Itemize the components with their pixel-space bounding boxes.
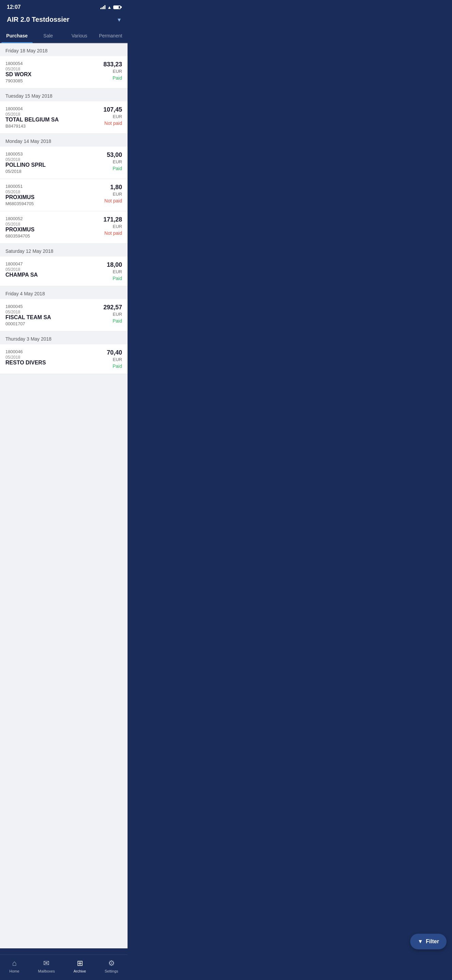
invoice-name: TOTAL BELGIUM SA <box>5 117 59 123</box>
invoice-currency: EUR <box>107 159 122 164</box>
invoice-number: 1800004 <box>5 106 59 111</box>
invoice-name: CHAMPA SA <box>5 272 38 278</box>
invoice-amount: 18,00 <box>107 261 122 269</box>
invoice-name: PROXIMUS <box>5 227 34 233</box>
invoice-status: Paid <box>103 318 122 324</box>
invoice-name: FISCAL TEAM SA <box>5 314 51 321</box>
invoice-ref: M6803594705 <box>5 201 34 206</box>
status-time: 12:07 <box>7 4 21 10</box>
invoice-right: 833,23EURPaid <box>103 61 122 81</box>
dropdown-icon[interactable]: ▾ <box>118 16 121 24</box>
invoice-amount: 53,00 <box>107 151 122 159</box>
invoice-amount: 1,80 <box>105 184 122 191</box>
invoice-name: SD WORX <box>5 72 31 78</box>
invoice-status: Paid <box>107 166 122 171</box>
invoice-number: 1800053 <box>5 151 46 156</box>
invoice-status: Not paid <box>103 121 122 126</box>
invoice-left: 180004705/2018CHAMPA SA <box>5 261 38 279</box>
invoice-currency: EUR <box>107 357 122 362</box>
invoice-left: 180004605/2018RESTO DIVERS <box>5 349 46 366</box>
date-header: Friday 18 May 2018 <box>0 43 127 56</box>
invoice-amount: 171,28 <box>103 216 122 223</box>
invoice-left: 180005105/2018PROXIMUSM6803594705 <box>5 184 34 206</box>
invoice-number: 1800047 <box>5 261 38 266</box>
invoice-period: 05/2018 <box>5 157 46 162</box>
invoice-currency: EUR <box>103 69 122 74</box>
invoice-list: Friday 18 May 2018180005405/2018SD WORX7… <box>0 43 127 948</box>
invoice-name: PROXIMUS <box>5 194 34 200</box>
invoice-amount: 833,23 <box>103 61 122 68</box>
date-header: Friday 4 May 2018 <box>0 286 127 299</box>
invoice-period: 05/2018 <box>5 267 38 272</box>
invoice-currency: EUR <box>103 114 122 119</box>
invoice-status: Paid <box>107 275 122 281</box>
invoice-item[interactable]: 180004705/2018CHAMPA SA18,00EURPaid <box>0 256 127 286</box>
invoice-ref: 7903085 <box>5 78 31 83</box>
invoice-status: Paid <box>107 363 122 369</box>
invoice-period: 05/2018 <box>5 189 34 194</box>
invoice-item[interactable]: 180005305/2018POLLINO SPRL05/201853,00EU… <box>0 147 127 179</box>
invoice-currency: EUR <box>107 269 122 274</box>
invoice-right: 171,28EURNot paid <box>103 216 122 236</box>
invoice-name: POLLINO SPRL <box>5 162 46 168</box>
invoice-name: RESTO DIVERS <box>5 360 46 366</box>
invoice-left: 180005305/2018POLLINO SPRL05/2018 <box>5 151 46 174</box>
date-header: Thursday 3 May 2018 <box>0 331 127 344</box>
invoice-period: 05/2018 <box>5 112 59 117</box>
invoice-item[interactable]: 180000405/2018TOTAL BELGIUM SAB847914310… <box>0 102 127 134</box>
invoice-ref: 05/2018 <box>5 169 46 174</box>
invoice-period: 05/2018 <box>5 355 46 360</box>
status-bar: 12:07 ▲ <box>0 0 127 13</box>
invoice-left: 180005405/2018SD WORX7903085 <box>5 61 31 83</box>
date-header: Monday 14 May 2018 <box>0 134 127 147</box>
invoice-period: 05/2018 <box>5 222 34 227</box>
invoice-status: Not paid <box>105 198 122 204</box>
invoice-right: 18,00EURPaid <box>107 261 122 281</box>
wifi-icon: ▲ <box>107 5 111 10</box>
battery-icon <box>113 5 121 9</box>
invoice-item[interactable]: 180005405/2018SD WORX7903085833,23EURPai… <box>0 56 127 89</box>
tab-permanent[interactable]: Permanent <box>95 29 126 43</box>
invoice-status: Paid <box>103 75 122 81</box>
invoice-number: 1800052 <box>5 216 34 221</box>
invoice-right: 70,40EURPaid <box>107 349 122 369</box>
invoice-amount: 70,40 <box>107 349 122 356</box>
invoice-number: 1800054 <box>5 61 31 66</box>
invoice-number: 1800045 <box>5 304 51 309</box>
invoice-left: 180000405/2018TOTAL BELGIUM SAB8479143 <box>5 106 59 129</box>
invoice-number: 1800051 <box>5 184 34 189</box>
status-icons: ▲ <box>100 5 121 10</box>
invoice-right: 292,57EURPaid <box>103 304 122 324</box>
invoice-currency: EUR <box>103 224 122 229</box>
invoice-period: 05/2018 <box>5 310 51 314</box>
invoice-ref: B8479143 <box>5 124 59 129</box>
tab-bar: Purchase Sale Various Permanent <box>0 29 127 43</box>
invoice-item[interactable]: 180005205/2018PROXIMUS6803594705171,28EU… <box>0 211 127 243</box>
invoice-currency: EUR <box>105 192 122 197</box>
invoice-status: Not paid <box>103 231 122 236</box>
invoice-left: 180005205/2018PROXIMUS6803594705 <box>5 216 34 239</box>
invoice-item[interactable]: 180005105/2018PROXIMUSM68035947051,80EUR… <box>0 179 127 211</box>
invoice-ref: 00001707 <box>5 321 51 326</box>
tab-purchase[interactable]: Purchase <box>2 29 33 43</box>
signal-icon <box>100 5 105 9</box>
invoice-amount: 292,57 <box>103 304 122 311</box>
invoice-right: 107,45EURNot paid <box>103 106 122 126</box>
invoice-right: 53,00EURPaid <box>107 151 122 171</box>
header: AIR 2.0 Testdossier ▾ <box>0 13 127 29</box>
invoice-currency: EUR <box>103 312 122 317</box>
invoice-period: 05/2018 <box>5 67 31 72</box>
invoice-item[interactable]: 180004505/2018FISCAL TEAM SA00001707292,… <box>0 299 127 331</box>
date-header: Saturday 12 May 2018 <box>0 243 127 256</box>
invoice-ref: 6803594705 <box>5 234 34 239</box>
app-title: AIR 2.0 Testdossier <box>7 16 70 24</box>
tab-sale[interactable]: Sale <box>33 29 64 43</box>
invoice-number: 1800046 <box>5 349 46 354</box>
date-header: Tuesday 15 May 2018 <box>0 89 127 102</box>
invoice-right: 1,80EURNot paid <box>105 184 122 204</box>
invoice-amount: 107,45 <box>103 106 122 113</box>
tab-various[interactable]: Various <box>64 29 95 43</box>
invoice-left: 180004505/2018FISCAL TEAM SA00001707 <box>5 304 51 326</box>
invoice-item[interactable]: 180004605/2018RESTO DIVERS70,40EURPaid <box>0 344 127 374</box>
